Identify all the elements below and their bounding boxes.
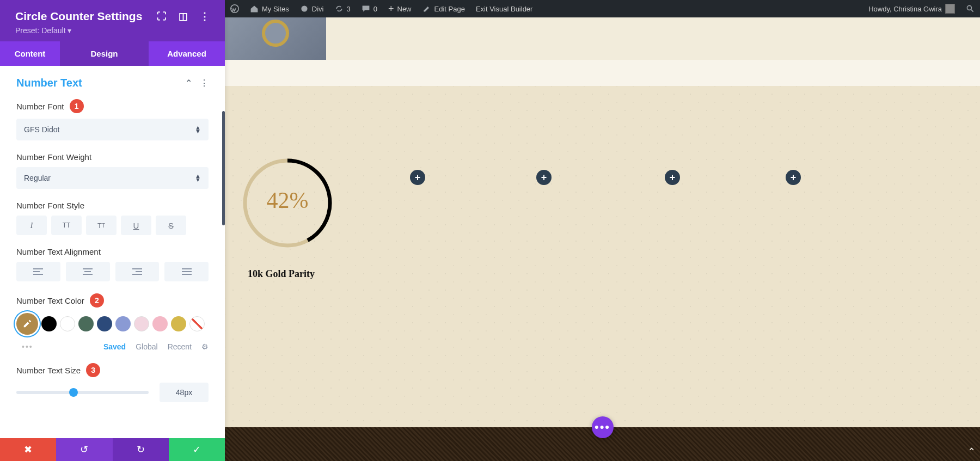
- save-button[interactable]: ✓: [169, 438, 225, 461]
- align-right-button[interactable]: [115, 262, 160, 281]
- swatch-white[interactable]: [60, 316, 75, 331]
- badge-1: 1: [70, 99, 84, 113]
- swatch-pink-light[interactable]: [134, 316, 149, 331]
- slider-thumb[interactable]: [69, 388, 78, 397]
- weight-select[interactable]: Regular▲▼: [16, 167, 209, 189]
- edit-page[interactable]: Edit Page: [417, 0, 470, 17]
- thumbnail-image: [225, 17, 326, 60]
- swatch-black[interactable]: [41, 316, 57, 331]
- exit-visual-builder[interactable]: Exit Visual Builder: [470, 0, 538, 17]
- avatar: [945, 4, 955, 14]
- align-center-button[interactable]: [66, 262, 110, 281]
- eyedropper-swatch[interactable]: [16, 313, 38, 335]
- smallcaps-button[interactable]: TT: [86, 216, 117, 235]
- canvas: 42% 10k Gold Parity + + + + ⌃ •••: [225, 17, 980, 461]
- new-content[interactable]: +New: [383, 0, 417, 17]
- sync-count: 3: [347, 5, 351, 13]
- add-module-button[interactable]: +: [786, 170, 801, 185]
- size-slider[interactable]: [16, 391, 149, 394]
- swatch-navy[interactable]: [97, 316, 112, 331]
- italic-button[interactable]: I: [16, 216, 47, 235]
- search-icon[interactable]: [960, 0, 980, 17]
- align-left-button[interactable]: [16, 262, 60, 281]
- my-sites-label: My Sites: [262, 5, 289, 13]
- ring-icon: [262, 20, 289, 47]
- badge-3: 3: [86, 363, 100, 377]
- cancel-button[interactable]: ✖: [0, 438, 56, 461]
- redo-button[interactable]: ↻: [113, 438, 169, 461]
- swatch-periwinkle[interactable]: [115, 316, 131, 331]
- svg-point-1: [301, 5, 307, 11]
- chevron-up-icon[interactable]: ⌃: [967, 446, 976, 458]
- add-module-button[interactable]: +: [665, 170, 680, 185]
- font-select[interactable]: GFS Didot▲▼: [16, 119, 209, 140]
- cream-band: [225, 60, 980, 86]
- tab-design[interactable]: Design: [60, 41, 149, 66]
- select-arrows-icon: ▲▼: [195, 126, 201, 133]
- panel-header: Circle Counter Settings ⛶ ◫ ⋮ Preset: De…: [0, 0, 225, 41]
- add-module-button[interactable]: +: [410, 170, 425, 185]
- select-arrows-icon: ▲▼: [195, 174, 201, 181]
- label-weight: Number Font Weight: [16, 152, 209, 162]
- more-dots-icon[interactable]: •••: [22, 342, 33, 351]
- color-swatches: [16, 313, 209, 335]
- color-tabs: ••• Saved Global Recent ⚙: [16, 342, 209, 351]
- circle-counter[interactable]: 42%: [241, 157, 334, 249]
- swatch-gold[interactable]: [171, 316, 186, 331]
- align-justify-button[interactable]: [164, 262, 209, 281]
- settings-panel: Circle Counter Settings ⛶ ◫ ⋮ Preset: De…: [0, 0, 225, 461]
- tab-content[interactable]: Content: [0, 41, 60, 66]
- strikethrough-button[interactable]: S: [156, 216, 186, 235]
- section-head[interactable]: Number Text ⌃⋮: [16, 77, 209, 89]
- howdy-label: Howdy, Christina Gwira: [868, 5, 942, 13]
- panel-title: Circle Counter Settings: [15, 10, 142, 23]
- undo-button[interactable]: ↺: [56, 438, 112, 461]
- color-tab-saved[interactable]: Saved: [103, 342, 126, 351]
- scrollbar-thumb[interactable]: [222, 111, 225, 225]
- swatch-pink[interactable]: [152, 316, 168, 331]
- tab-advanced[interactable]: Advanced: [149, 41, 225, 66]
- color-tab-global[interactable]: Global: [136, 342, 157, 351]
- svg-point-2: [967, 5, 971, 10]
- alignment-buttons: [16, 262, 209, 281]
- wp-admin-bar: My Sites Divi 3 0 +New Edit Page Exit Vi…: [225, 0, 980, 17]
- label-style: Number Font Style: [16, 201, 209, 210]
- underline-button[interactable]: U: [121, 216, 151, 235]
- section-title: Number Text: [16, 77, 82, 89]
- label-size: Number Text Size3: [16, 363, 209, 377]
- layout-icon[interactable]: ◫: [179, 10, 188, 22]
- preset-selector[interactable]: Preset: Default ▾: [15, 26, 210, 35]
- expand-icon[interactable]: ⛶: [157, 11, 167, 22]
- uppercase-button[interactable]: TT: [51, 216, 82, 235]
- size-value-input[interactable]: 48px: [160, 383, 209, 402]
- add-module-button[interactable]: +: [536, 170, 552, 185]
- gear-icon[interactable]: ⚙: [201, 342, 209, 351]
- kebab-icon[interactable]: ⋮: [200, 78, 209, 88]
- label-font: Number Font1: [16, 99, 209, 113]
- edit-page-label: Edit Page: [434, 5, 465, 13]
- exit-vb-label: Exit Visual Builder: [476, 5, 533, 13]
- color-tab-recent[interactable]: Recent: [168, 342, 192, 351]
- swatch-none[interactable]: [189, 316, 205, 331]
- panel-tabs: Content Design Advanced: [0, 41, 225, 66]
- counter-label: 10k Gold Parity: [248, 268, 315, 280]
- label-color: Number Text Color2: [16, 293, 209, 308]
- builder-fab[interactable]: •••: [592, 416, 614, 438]
- chevron-up-icon[interactable]: ⌃: [185, 78, 192, 88]
- site-name-label: Divi: [312, 5, 324, 13]
- my-sites[interactable]: My Sites: [244, 0, 295, 17]
- panel-footer: ✖ ↺ ↻ ✓: [0, 438, 225, 461]
- size-control: 48px: [16, 383, 209, 402]
- wp-logo[interactable]: [225, 0, 244, 17]
- swatch-green[interactable]: [78, 316, 94, 331]
- new-label: New: [397, 5, 412, 13]
- badge-2: 2: [90, 293, 104, 308]
- site-name[interactable]: Divi: [295, 0, 329, 17]
- kebab-icon[interactable]: ⋮: [200, 10, 210, 22]
- dotted-section: 42% 10k Gold Parity + + + +: [225, 86, 980, 461]
- style-buttons: I TT TT U S: [16, 216, 209, 235]
- counter-value: 42%: [241, 187, 334, 213]
- howdy-user[interactable]: Howdy, Christina Gwira: [863, 0, 960, 17]
- sync[interactable]: 3: [329, 0, 356, 17]
- comments[interactable]: 0: [356, 0, 383, 17]
